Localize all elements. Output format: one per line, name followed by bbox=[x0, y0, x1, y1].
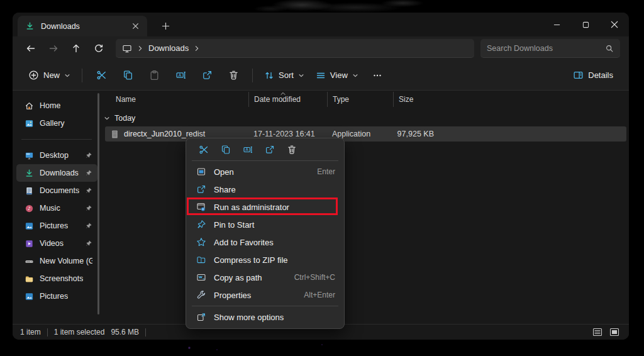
column-header-date-modified[interactable]: Date modified bbox=[248, 92, 327, 107]
context-menu-quick-actions: A bbox=[189, 141, 341, 159]
menu-item-share[interactable]: Share bbox=[189, 181, 341, 198]
group-header-today[interactable]: Today bbox=[104, 114, 629, 123]
menu-item-label: Pin to Start bbox=[214, 220, 254, 230]
cut-icon[interactable] bbox=[90, 65, 113, 86]
menu-item-show-more-options[interactable]: Show more options bbox=[189, 308, 341, 326]
tab-close-icon[interactable] bbox=[128, 19, 142, 33]
large-thumbnails-view-icon[interactable] bbox=[608, 326, 621, 338]
up-icon[interactable] bbox=[67, 39, 86, 58]
close-button[interactable] bbox=[600, 13, 629, 36]
minimize-button[interactable] bbox=[542, 13, 571, 36]
pictures-icon bbox=[25, 221, 34, 231]
copy-icon[interactable] bbox=[214, 141, 236, 159]
delete-icon[interactable] bbox=[222, 65, 245, 86]
sidebar-item-label: Downloads bbox=[40, 169, 79, 177]
rename-icon[interactable]: A bbox=[169, 65, 192, 86]
sidebar-item-music[interactable]: ♪ Music bbox=[16, 199, 97, 217]
menu-item-add-to-favorites[interactable]: Add to Favorites bbox=[189, 233, 341, 251]
file-type: Application bbox=[327, 130, 393, 138]
column-header-name[interactable]: Name bbox=[101, 92, 248, 107]
view-button[interactable]: View bbox=[310, 66, 364, 85]
new-button[interactable]: New bbox=[23, 65, 76, 85]
svg-text:A: A bbox=[178, 73, 181, 77]
sidebar-item-label: New Volume (G: bbox=[40, 257, 92, 265]
rename-icon[interactable]: A bbox=[236, 141, 258, 159]
back-icon[interactable] bbox=[21, 39, 40, 58]
toolbar-divider bbox=[252, 69, 253, 82]
context-menu: A Open Enter Share bbox=[186, 138, 345, 329]
sidebar-item-home[interactable]: Home bbox=[16, 97, 97, 114]
chevron-down-icon bbox=[298, 72, 304, 79]
sidebar-item-label: Pictures bbox=[40, 292, 68, 301]
menu-item-compress-to-zip[interactable]: Compress to ZIP file bbox=[189, 251, 341, 269]
share-icon[interactable] bbox=[196, 65, 218, 86]
drive-icon bbox=[25, 257, 34, 266]
breadcrumb[interactable]: Downloads bbox=[116, 39, 474, 58]
column-header-type[interactable]: Type bbox=[327, 92, 393, 107]
new-tab-button[interactable] bbox=[156, 16, 175, 35]
sidebar-item-gallery[interactable]: Gallery bbox=[16, 114, 97, 132]
view-button-label: View bbox=[330, 70, 348, 80]
pin-icon bbox=[85, 169, 92, 177]
menu-item-open[interactable]: Open Enter bbox=[189, 163, 341, 181]
sidebar-item-screenshots[interactable]: Screenshots bbox=[16, 270, 97, 287]
pin-icon bbox=[85, 222, 92, 230]
breadcrumb-item-downloads[interactable]: Downloads bbox=[148, 43, 189, 53]
download-icon bbox=[25, 169, 34, 178]
sidebar-item-new-volume[interactable]: New Volume (G: bbox=[16, 252, 97, 270]
wrench-icon bbox=[196, 290, 206, 300]
view-toggle-buttons bbox=[591, 326, 621, 338]
share-icon[interactable] bbox=[258, 141, 280, 159]
menu-item-run-as-administrator[interactable]: Run as administrator bbox=[189, 198, 341, 216]
search-input[interactable] bbox=[487, 44, 605, 53]
command-bar: New A Sort bbox=[13, 60, 629, 91]
menu-item-copy-as-path[interactable]: Copy as path Ctrl+Shift+C bbox=[189, 269, 341, 286]
copy-icon[interactable] bbox=[116, 65, 139, 86]
this-pc-icon[interactable] bbox=[122, 43, 132, 53]
videos-icon bbox=[25, 239, 34, 248]
details-pane-icon bbox=[573, 70, 584, 81]
sidebar-item-downloads[interactable]: Downloads bbox=[16, 164, 97, 182]
sidebar-scrollbar[interactable] bbox=[97, 93, 99, 314]
cut-icon[interactable] bbox=[192, 141, 214, 159]
sidebar-item-label: Documents bbox=[40, 186, 79, 195]
file-size: 97,925 KB bbox=[393, 130, 440, 138]
more-options-icon[interactable] bbox=[366, 65, 389, 86]
menu-item-pin-to-start[interactable]: Pin to Start bbox=[189, 216, 341, 233]
search-icon[interactable] bbox=[605, 44, 614, 53]
context-menu-divider bbox=[192, 306, 338, 306]
chevron-right-icon[interactable] bbox=[194, 45, 200, 52]
delete-icon[interactable] bbox=[280, 141, 303, 159]
maximize-button[interactable] bbox=[571, 13, 600, 36]
selection-count: 1 item selected bbox=[54, 328, 105, 337]
sidebar-item-documents[interactable]: Documents bbox=[16, 182, 97, 199]
application-file-icon bbox=[110, 130, 119, 139]
chevron-right-icon bbox=[137, 45, 143, 52]
sidebar-item-pictures-2[interactable]: Pictures bbox=[16, 287, 97, 305]
menu-shortcut: Enter bbox=[317, 167, 335, 176]
tab-downloads[interactable]: Downloads bbox=[18, 16, 147, 36]
details-button[interactable]: Details bbox=[567, 65, 619, 85]
file-row-selected[interactable]: directx_Jun2010_redist 17-11-2023 16:41 … bbox=[101, 126, 629, 142]
details-view-icon[interactable] bbox=[591, 326, 604, 338]
menu-item-properties[interactable]: Properties Alt+Enter bbox=[189, 286, 341, 304]
sort-button[interactable]: Sort bbox=[258, 66, 310, 85]
pin-icon bbox=[85, 204, 92, 212]
sidebar-item-pictures[interactable]: Pictures bbox=[16, 217, 97, 235]
details-button-label: Details bbox=[588, 70, 613, 80]
file-date-modified: 17-11-2023 16:41 bbox=[248, 130, 327, 138]
sidebar-item-label: Gallery bbox=[40, 119, 65, 128]
column-header-size[interactable]: Size bbox=[393, 92, 440, 107]
sidebar-item-videos[interactable]: Videos bbox=[16, 235, 97, 252]
sidebar-item-desktop[interactable]: Desktop bbox=[16, 147, 97, 164]
refresh-icon[interactable] bbox=[89, 39, 108, 58]
sidebar-item-label: Home bbox=[40, 101, 60, 110]
desktop-icon bbox=[25, 151, 34, 160]
forward-icon[interactable] bbox=[44, 39, 63, 58]
search-box[interactable] bbox=[480, 39, 620, 58]
sidebar-item-label: Screenshots bbox=[40, 274, 83, 283]
file-list-area: Name Date modified Type Size Today direc… bbox=[101, 91, 629, 324]
titlebar: Downloads bbox=[13, 13, 629, 36]
paste-icon[interactable] bbox=[143, 65, 165, 86]
sidebar-item-label: Videos bbox=[40, 239, 64, 248]
